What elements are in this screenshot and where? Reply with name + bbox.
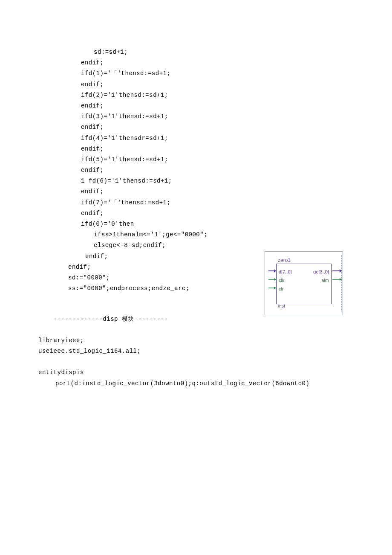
svg-marker-9 — [340, 278, 342, 281]
arrow-in-icon — [268, 269, 276, 273]
code-line: ifd(0)='0'then — [38, 219, 354, 230]
code-line: endif; — [38, 208, 354, 219]
arrow-in-icon — [268, 277, 276, 282]
code-line: endif; — [38, 186, 354, 197]
svg-marker-1 — [274, 269, 276, 273]
code-line: endif; — [38, 122, 354, 133]
header-cjk: 模块 — [122, 315, 134, 322]
header-suffix: -------- — [134, 316, 168, 323]
code-line: sd:=sd+1; — [38, 47, 354, 58]
code-line: ifd(5)='1'thensd:=sd+1; — [38, 154, 354, 165]
diagram-inst: inst — [278, 302, 285, 311]
code-line: elsege<-8-sd;endif; — [38, 240, 354, 251]
arrow-out-icon — [332, 277, 340, 282]
code-line: libraryieee; — [38, 335, 354, 346]
svg-marker-3 — [274, 278, 276, 281]
svg-marker-7 — [340, 269, 342, 273]
port-alm: alm — [321, 276, 329, 285]
header-prefix: -------------disp — [54, 316, 122, 323]
code-line: endif; — [38, 165, 354, 176]
document-body: sd:=sd+1; endif; ifd(1)='「'thensd:=sd+1;… — [0, 0, 392, 389]
port-clr: clr — [279, 285, 284, 293]
code-line: ifss>1thenalm<='1';ge<="0000"; — [38, 230, 354, 240]
code-line: 1 fd(6)='1'thensd:=sd+1; — [38, 176, 354, 186]
code-line: ifd(2)='1'thensd:=sd+1; — [38, 90, 354, 101]
code-line: ifd(4)='1'thensdr=sd+1; — [38, 133, 354, 144]
code-line: port(d:instd_logic_vector(3downto0);q:ou… — [38, 378, 354, 389]
code-line: endif; — [38, 101, 354, 111]
port-clk: clk — [279, 276, 284, 285]
blank-line — [38, 357, 354, 367]
svg-marker-5 — [274, 287, 276, 289]
code-line: useieee.std_logic_1164.all; — [38, 346, 354, 357]
port-d: d[7..0] — [279, 268, 292, 276]
diagram-dots — [341, 255, 342, 311]
arrow-out-icon — [332, 269, 340, 273]
code-line: entitydispis — [38, 367, 354, 378]
code-line: ifd(1)='「'thensd:=sd+1; — [38, 68, 354, 79]
arrow-in-icon — [268, 286, 276, 290]
code-line: endif; — [38, 79, 354, 90]
code-line: ifd(7)='「'thensd:=sd+1; — [38, 198, 354, 208]
code-line: endif; — [38, 144, 354, 154]
port-ge: ge[3..0] — [313, 268, 329, 276]
code-line: endif; — [38, 58, 354, 68]
code-line: ifd(3)='1'thensd:=sd+1; — [38, 111, 354, 122]
block-diagram: zero1 inst d[7..0] clk clr ge[3..0] alm — [265, 251, 343, 315]
